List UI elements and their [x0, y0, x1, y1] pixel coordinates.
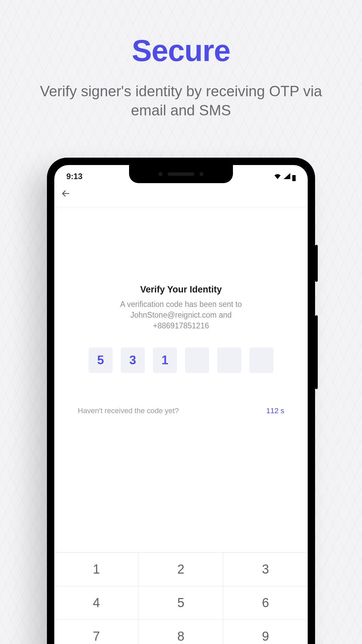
key-8[interactable]: 8: [139, 620, 223, 644]
clock: 9:13: [66, 172, 82, 181]
resend-timer: 112 s: [266, 407, 284, 415]
key-3[interactable]: 3: [223, 553, 308, 586]
key-2[interactable]: 2: [139, 553, 223, 586]
signal-icon: [284, 172, 290, 181]
app-bar: [54, 182, 308, 207]
otp-digit[interactable]: [185, 347, 209, 373]
verify-title: Verify Your Identity: [54, 284, 308, 295]
key-5[interactable]: 5: [139, 586, 223, 620]
verify-content: Verify Your Identity A verification code…: [54, 207, 308, 415]
verify-message-line: A verification code has been sent to: [78, 299, 284, 310]
speaker-grill: [168, 172, 194, 176]
verify-message-line: +886917851216: [78, 320, 284, 331]
battery-icon: [292, 175, 296, 181]
verify-message: A verification code has been sent to Joh…: [54, 299, 308, 331]
hero-title: Secure: [0, 0, 362, 68]
phone-screen: 9:13 Verify Your Identity: [54, 165, 308, 644]
phone-side-button: [315, 245, 318, 282]
phone-frame: 9:13 Verify Your Identity: [47, 158, 315, 644]
otp-digit[interactable]: 1: [153, 347, 177, 373]
key-7[interactable]: 7: [54, 620, 139, 644]
resend-prompt: Haven't received the code yet?: [78, 407, 179, 415]
phone-notch: [129, 165, 233, 183]
hero-subtitle: Verify signer's identity by receiving OT…: [0, 82, 362, 120]
sensor-dot: [159, 172, 163, 176]
otp-input-row: 5 3 1: [54, 347, 308, 373]
key-4[interactable]: 4: [54, 586, 139, 620]
otp-digit[interactable]: [249, 347, 274, 373]
phone-side-button: [315, 315, 318, 389]
otp-digit[interactable]: 5: [88, 347, 113, 373]
otp-digit[interactable]: 3: [121, 347, 145, 373]
camera-dot: [199, 172, 203, 176]
back-arrow-icon[interactable]: [61, 189, 70, 201]
key-1[interactable]: 1: [54, 553, 139, 586]
resend-row: Haven't received the code yet? 112 s: [54, 407, 308, 415]
wifi-icon: [274, 172, 282, 181]
marketing-page: Secure Verify signer's identity by recei…: [0, 0, 362, 644]
key-6[interactable]: 6: [223, 586, 308, 620]
numeric-keypad: 1 2 3 4 5 6 7 8 9: [54, 552, 308, 644]
key-9[interactable]: 9: [223, 620, 308, 644]
otp-digit[interactable]: [217, 347, 241, 373]
verify-message-line: JohnStone@reignict.com and: [78, 310, 284, 320]
